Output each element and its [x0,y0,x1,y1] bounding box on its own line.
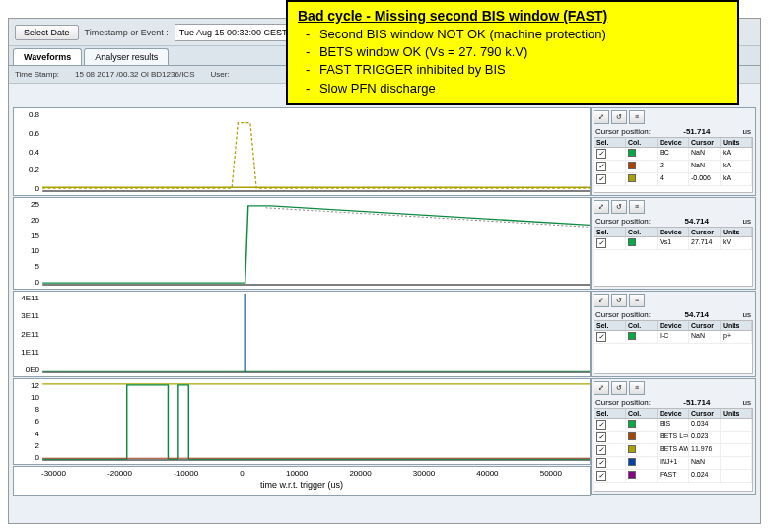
legend-panel-4: ⤢↺≡ Cursor position:-51.714us Sel.Col.De… [591,378,756,495]
timestamp-field-label: Time Stamp: [15,70,59,79]
reset-icon[interactable]: ↺ [611,200,627,214]
reset-icon[interactable]: ↺ [611,110,627,124]
x-axis-label: time w.r.t. trigger (us) [14,480,590,490]
tab-waveforms[interactable]: Waveforms [13,48,82,65]
zoom-icon[interactable]: ⤢ [594,294,609,307]
annotation-note: Bad cycle - Missing second BIS window (F… [286,0,739,105]
y-axis-2: 2520151050 [16,198,39,289]
timestamp-value: 15 08 2017 /00.32 Ol BD1236/ICS [75,70,194,79]
user-field-label: User: [210,70,229,79]
legend-panel-1: ⤢↺≡ Cursor position:-51.714us Sel.Col.De… [591,107,756,196]
x-axis: -30000-20000-100000100002000030000400005… [13,466,591,496]
legend-table-4[interactable]: Sel.Col.DeviceCursorUnits ✓BIS0.034 ✓BET… [594,408,753,492]
note-list: Second BIS window NOT OK (machine protec… [298,26,728,98]
y-axis-4: 121086420 [16,379,39,464]
legend-column: ⤢↺≡ Cursor position:-51.714us Sel.Col.De… [591,107,756,519]
options-icon[interactable]: ≡ [629,381,645,395]
y-axis-3: 4E113E112E111E110E0 [16,292,39,376]
legend-table-1[interactable]: Sel.Col.DeviceCursorUnits ✓BCNaNkA ✓2NaN… [594,137,753,193]
plot-column: 0.80.60.40.20 2520151050 [13,107,591,519]
reset-icon[interactable]: ↺ [611,381,627,395]
zoom-icon[interactable]: ⤢ [594,200,609,214]
legend-panel-3: ⤢↺≡ Cursor position:54.714us Sel.Col.Dev… [591,291,756,377]
y-axis-1: 0.80.60.40.20 [16,108,39,195]
chart-intensity[interactable]: 4E113E112E111E110E0 [13,291,591,377]
options-icon[interactable]: ≡ [629,294,645,307]
legend-table-3[interactable]: Sel.Col.DeviceCursorUnits ✓I-CNaNp+ [594,320,753,374]
options-icon[interactable]: ≡ [629,200,645,214]
zoom-icon[interactable]: ⤢ [594,110,609,124]
chart-timing[interactable]: 121086420 [13,378,591,465]
note-title: Bad cycle - Missing second BIS window (F… [298,8,728,24]
legend-table-2[interactable]: Sel.Col.DeviceCursorUnits ✓Vs127.714kV [594,227,753,287]
chart-voltage[interactable]: 2520151050 [13,197,591,290]
options-icon[interactable]: ≡ [629,110,645,124]
legend-panel-2: ⤢↺≡ Cursor position:54.714us Sel.Col.Dev… [591,197,756,290]
note-item: FAST TRIGGER inhibited by BIS [306,61,728,79]
note-item: Slow PFN discharge [306,80,728,98]
chart-kicker-current[interactable]: 0.80.60.40.20 [13,107,591,196]
zoom-icon[interactable]: ⤢ [594,381,609,395]
reset-icon[interactable]: ↺ [611,294,627,307]
note-item: Second BIS window NOT OK (machine protec… [306,26,728,43]
note-item: BETS window OK (Vs = 27. 790 k.V) [306,43,728,61]
plot-area: 0.80.60.40.20 2520151050 [13,107,756,519]
select-date-button[interactable]: Select Date [15,25,79,40]
tab-analyser[interactable]: Analyser results [84,48,169,65]
timestamp-label: Timestamp or Event : [85,28,169,37]
